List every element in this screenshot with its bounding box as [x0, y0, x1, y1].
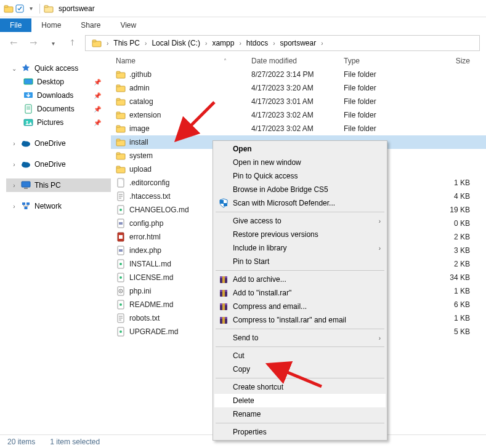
file-size: 4 KB — [416, 192, 486, 201]
column-header-type[interactable]: Type — [344, 57, 416, 65]
file-date: 4/17/2023 3:02 AM — [251, 111, 344, 119]
folder-icon — [116, 110, 126, 120]
qat-dropdown-icon[interactable]: ▾ — [26, 4, 36, 14]
address-bar[interactable]: › This PC › Local Disk (C:) › xampp › ht… — [85, 35, 480, 51]
menu-item-properties[interactable]: Properties — [214, 425, 386, 439]
forward-button[interactable]: 🡒 — [26, 36, 41, 50]
chevron-right-icon[interactable]: › — [11, 140, 17, 147]
file-name: extension — [129, 111, 161, 119]
properties-icon[interactable] — [15, 4, 25, 14]
chevron-right-icon[interactable]: › — [11, 161, 17, 168]
sidebar-item-label: Network — [34, 202, 62, 210]
file-type: File folder — [344, 84, 416, 92]
menu-separator — [216, 270, 384, 271]
file-name: install — [129, 138, 148, 146]
submenu-arrow-icon: › — [379, 245, 381, 252]
tab-home[interactable]: Home — [31, 18, 71, 32]
menu-item-rename[interactable]: Rename — [214, 407, 386, 421]
file-name: CHANGELOG.md — [129, 206, 189, 214]
file-row[interactable]: image4/17/2023 3:02 AMFile folder — [111, 122, 486, 135]
file-row[interactable]: catalog4/17/2023 3:01 AMFile folder — [111, 95, 486, 108]
chevron-right-icon[interactable]: › — [144, 40, 148, 47]
file-size: 2 KB — [416, 233, 486, 241]
menu-item-include-library[interactable]: Include in library› — [214, 241, 386, 255]
folder-icon — [116, 124, 126, 134]
file-row[interactable]: admin4/17/2023 3:20 AMFile folder — [111, 81, 486, 95]
folder-icon — [4, 4, 14, 14]
menu-item-browse-bridge[interactable]: Browse in Adobe Bridge CS5 — [214, 183, 386, 196]
sidebar-item-network[interactable]: › Network — [6, 199, 111, 213]
breadcrumb-root-icon[interactable] — [88, 36, 105, 50]
sidebar-item-documents[interactable]: Documents 📌 — [6, 102, 111, 116]
sidebar-item-onedrive[interactable]: › OneDrive — [6, 137, 111, 150]
menu-item-create-shortcut[interactable]: Create shortcut — [214, 380, 386, 394]
submenu-arrow-icon: › — [379, 335, 381, 342]
file-name: INSTALL.md — [129, 260, 171, 268]
menu-item-pin-start[interactable]: Pin to Start — [214, 255, 386, 268]
menu-item-add-archive[interactable]: Add to archive... — [214, 273, 386, 286]
tab-view[interactable]: View — [110, 18, 146, 32]
breadcrumb[interactable]: htdocs — [243, 36, 272, 50]
tab-share[interactable]: Share — [71, 18, 110, 32]
sidebar-item-desktop[interactable]: Desktop 📌 — [6, 75, 111, 89]
file-date: 4/17/2023 3:20 AM — [251, 84, 344, 92]
breadcrumb[interactable]: Local Disk (C:) — [148, 36, 204, 50]
sidebar-item-quick-access[interactable]: ⌄ Quick access — [6, 62, 111, 75]
tab-file[interactable]: File — [0, 18, 31, 32]
chevron-right-icon[interactable]: › — [105, 40, 110, 47]
menu-item-add-rar[interactable]: Add to "install.rar" — [214, 286, 386, 300]
nav-toolbar: 🡐 🡒 ▾ 🡑 › This PC › Local Disk (C:) › xa… — [0, 32, 486, 54]
menu-item-pin-quick-access[interactable]: Pin to Quick access — [214, 169, 386, 183]
breadcrumb[interactable]: xampp — [208, 36, 238, 50]
sidebar-item-this-pc[interactable]: › This PC — [6, 178, 111, 192]
chevron-right-icon[interactable]: › — [11, 182, 17, 189]
file-row[interactable]: .github8/27/2022 3:14 PMFile folder — [111, 68, 486, 81]
chevron-right-icon[interactable]: › — [11, 203, 17, 210]
menu-item-cut[interactable]: Cut — [214, 349, 386, 362]
chevron-right-icon[interactable]: › — [204, 40, 208, 47]
menu-item-send-to[interactable]: Send to› — [214, 331, 386, 345]
file-size: 19 KB — [416, 206, 486, 214]
sidebar-item-pictures[interactable]: Pictures 📌 — [6, 116, 111, 129]
menu-item-compress-rar-email[interactable]: Compress to "install.rar" and email — [214, 313, 386, 327]
file-size: 1 KB — [416, 178, 486, 187]
menu-item-delete[interactable]: Delete — [214, 394, 386, 407]
column-header-name[interactable]: Name ˄ — [116, 57, 251, 65]
chevron-right-icon[interactable]: › — [238, 40, 242, 47]
menu-item-restore-versions[interactable]: Restore previous versions — [214, 228, 386, 241]
menu-item-compress-email[interactable]: Compress and email... — [214, 300, 386, 313]
file-name: UPGRADE.md — [129, 327, 178, 336]
network-icon — [21, 201, 31, 211]
sidebar-item-label: OneDrive — [34, 139, 66, 148]
star-icon — [21, 63, 31, 73]
menu-item-copy[interactable]: Copy — [214, 362, 386, 376]
file-size: 1 KB — [416, 287, 486, 295]
file-icon — [116, 259, 126, 269]
breadcrumb[interactable]: This PC — [110, 36, 144, 50]
sidebar-item-onedrive[interactable]: › OneDrive — [6, 158, 111, 171]
file-name: index.php — [129, 246, 161, 255]
file-row[interactable]: extension4/17/2023 3:02 AMFile folder — [111, 108, 486, 122]
sidebar-item-label: OneDrive — [34, 160, 66, 169]
menu-item-open-new-window[interactable]: Open in new window — [214, 156, 386, 169]
menu-item-give-access[interactable]: Give access to› — [214, 214, 386, 228]
history-dropdown[interactable]: ▾ — [46, 36, 60, 50]
chevron-down-icon[interactable]: ⌄ — [11, 65, 17, 72]
folder-icon — [116, 137, 126, 147]
file-date: 4/17/2023 3:02 AM — [251, 124, 344, 133]
window-title: sportswear — [59, 4, 95, 13]
menu-item-scan-defender[interactable]: Scan with Microsoft Defender... — [214, 196, 386, 210]
chevron-right-icon[interactable]: › — [320, 40, 324, 47]
file-size: 2 KB — [416, 260, 486, 268]
back-button[interactable]: 🡐 — [6, 36, 21, 50]
file-type: File folder — [344, 97, 416, 106]
up-button[interactable]: 🡑 — [65, 36, 80, 50]
menu-item-open[interactable]: Open — [214, 142, 386, 156]
breadcrumb[interactable]: sportswear — [276, 36, 320, 50]
chevron-right-icon[interactable]: › — [272, 40, 276, 47]
file-name: .htaccess.txt — [129, 192, 171, 201]
column-header-size[interactable]: Size — [416, 57, 486, 65]
column-header-date[interactable]: Date modified — [251, 57, 344, 65]
file-name: robots.txt — [129, 314, 160, 322]
sidebar-item-downloads[interactable]: Downloads 📌 — [6, 89, 111, 102]
